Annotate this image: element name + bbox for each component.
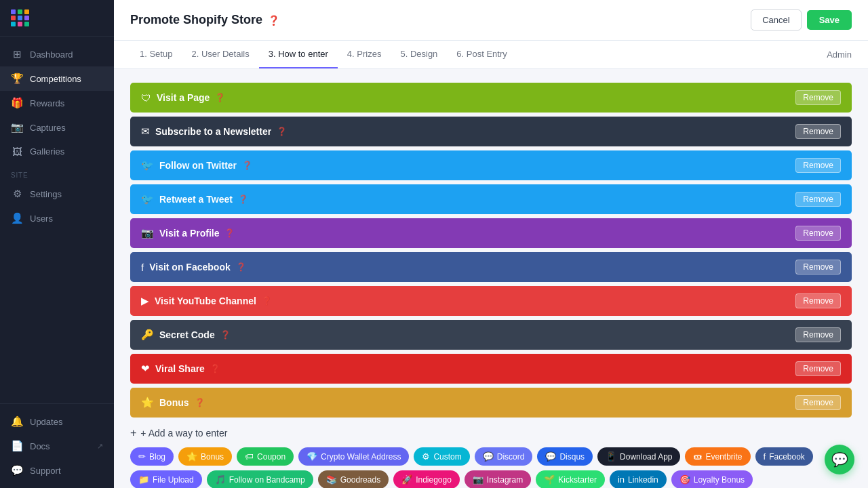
sidebar-item-competitions[interactable]: 🏆 Competitions [0,66,114,91]
tag-download-app[interactable]: 📱Download App [597,447,680,466]
save-button[interactable]: Save [807,10,852,30]
content-area: 🛡 Visit a Page ❓ Remove ✉ Subscribe to a… [114,69,868,488]
sidebar-bottom: 🔔 Updates 📄 Docs ↗ 💬 Support [0,403,114,488]
tag-discord[interactable]: 💬Discord [475,447,533,466]
tag-kickstarter[interactable]: 🌱Kickstarter [536,470,605,488]
help-icon[interactable]: ❓ [224,228,235,238]
newsletter-icon: ✉ [141,125,150,138]
sidebar-item-label: Docs [30,441,50,451]
remove-button[interactable]: Remove [795,192,841,207]
viral-share-icon: ❤ [141,363,150,375]
tab-how-to-enter[interactable]: 3. How to enter [259,41,338,68]
help-icon[interactable]: ❓ [242,161,252,170]
header-left: Promote Shopify Store ❓ [130,13,279,27]
updates-icon: 🔔 [11,415,23,428]
file-upload-icon: 📁 [138,474,149,485]
tags-container: ✏Blog ⭐Bonus 🏷Coupon 💎Crypto Wallet Addr… [130,447,852,488]
help-icon[interactable]: ❓ [236,262,246,272]
help-icon[interactable]: ❓ [238,195,248,204]
entry-row-label: Subscribe to a Newsletter [155,126,271,137]
eventbrite-icon: 🎟 [693,451,702,462]
sidebar-item-label: Captures [30,123,66,133]
sidebar-item-settings[interactable]: ⚙ Settings [0,182,114,206]
tag-file-upload[interactable]: 📁File Upload [130,470,202,488]
help-icon[interactable]: ❓ [215,93,225,102]
remove-button[interactable]: Remove [795,124,841,139]
help-icon[interactable]: ❓ [268,15,279,26]
tag-eventbrite[interactable]: 🎟Eventbrite [685,447,750,466]
sidebar-item-label: Support [30,466,61,476]
tag-goodreads[interactable]: 📚Goodreads [318,470,389,488]
tab-post-entry[interactable]: 6. Post Entry [447,41,516,68]
sidebar-item-galleries[interactable]: 🖼 Galleries [0,140,114,163]
tag-custom[interactable]: ⚙Custom [414,447,469,466]
tab-design[interactable]: 5. Design [391,41,447,68]
cancel-button[interactable]: Cancel [751,9,801,30]
tag-coupon[interactable]: 🏷Coupon [237,447,294,466]
help-icon[interactable]: ❓ [210,364,220,373]
entry-row-secret-code: 🔑 Secret Code ❓ Remove [130,320,852,350]
help-icon[interactable]: ❓ [277,127,287,136]
tab-user-details[interactable]: 2. User Details [182,41,258,68]
entry-row-instagram-profile: 📷 Visit a Profile ❓ Remove [130,218,852,248]
sidebar-item-support[interactable]: 💬 Support [0,458,114,483]
entry-row-label: Visit a Profile [159,228,219,239]
sidebar-item-users[interactable]: 👤 Users [0,206,114,230]
sidebar-item-rewards[interactable]: 🎁 Rewards [0,91,114,115]
tag-bandcamp[interactable]: 🎵Follow on Bandcamp [207,470,313,488]
logo-icon [11,9,30,26]
tag-blog[interactable]: ✏Blog [130,447,174,466]
retweet-icon: 🐦 [141,193,154,205]
remove-button[interactable]: Remove [795,293,841,308]
tab-prizes[interactable]: 4. Prizes [338,41,391,68]
tag-facebook[interactable]: fFacebook [755,447,813,466]
help-icon[interactable]: ❓ [262,296,272,306]
entry-row-viral-share: ❤ Viral Share ❓ Remove [130,354,852,384]
remove-button[interactable]: Remove [795,361,841,376]
remove-button[interactable]: Remove [795,260,841,274]
goodreads-icon: 📚 [326,474,337,485]
youtube-icon: ▶ [141,295,149,307]
tag-indiegogo[interactable]: 🚀Indiegogo [393,470,460,488]
add-way-label: + Add a way to enter [140,428,227,439]
sidebar-item-label: Users [30,214,53,224]
docs-icon: 📄 [11,440,23,452]
tag-crypto[interactable]: 💎Crypto Wallet Address [298,447,409,466]
sidebar-item-updates[interactable]: 🔔 Updates [0,409,114,434]
entry-row-label: Follow on Twitter [159,160,237,171]
entry-row-label: Viral Share [155,363,205,374]
entry-row-label: Retweet a Tweet [159,194,233,205]
remove-button[interactable]: Remove [795,90,841,105]
remove-button[interactable]: Remove [795,395,841,410]
dashboard-icon: ⊞ [11,48,23,60]
entry-row-follow-twitter: 🐦 Follow on Twitter ❓ Remove [130,150,852,180]
tag-loyalty-bonus[interactable]: 🎯Loyalty Bonus [671,470,753,488]
admin-link[interactable]: Admin [827,49,852,60]
entry-row-label: Visit on Facebook [149,262,231,272]
sidebar-item-docs[interactable]: 📄 Docs ↗ [0,434,114,458]
entry-row-label: Secret Code [159,329,215,340]
external-link-icon: ↗ [97,442,103,451]
instagram-tag-icon: 📷 [473,474,484,485]
sidebar: ⊞ Dashboard 🏆 Competitions 🎁 Rewards 📷 C… [0,0,114,488]
remove-button[interactable]: Remove [795,226,841,241]
entry-row-label: Visit YouTube Channel [155,296,256,306]
tab-setup[interactable]: 1. Setup [130,41,182,68]
help-icon[interactable]: ❓ [195,398,205,407]
tag-instagram[interactable]: 📷Instagram [465,470,531,488]
sidebar-item-dashboard[interactable]: ⊞ Dashboard [0,42,114,66]
crypto-icon: 💎 [307,451,317,462]
secret-code-icon: 🔑 [141,329,154,341]
sidebar-item-captures[interactable]: 📷 Captures [0,115,114,140]
linkedin-icon: in [618,474,625,485]
entry-row-youtube: ▶ Visit YouTube Channel ❓ Remove [130,286,852,316]
tag-disqus[interactable]: 💬Disqus [537,447,593,466]
tag-linkedin[interactable]: inLinkedin [610,470,667,488]
help-icon[interactable]: ❓ [220,330,231,340]
tabs-list: 1. Setup 2. User Details 3. How to enter… [130,41,517,68]
remove-button[interactable]: Remove [795,158,841,173]
tag-bonus[interactable]: ⭐Bonus [178,447,232,466]
fab-button[interactable]: 💬 [825,445,854,474]
facebook-tag-icon: f [764,451,766,462]
remove-button[interactable]: Remove [795,327,841,342]
